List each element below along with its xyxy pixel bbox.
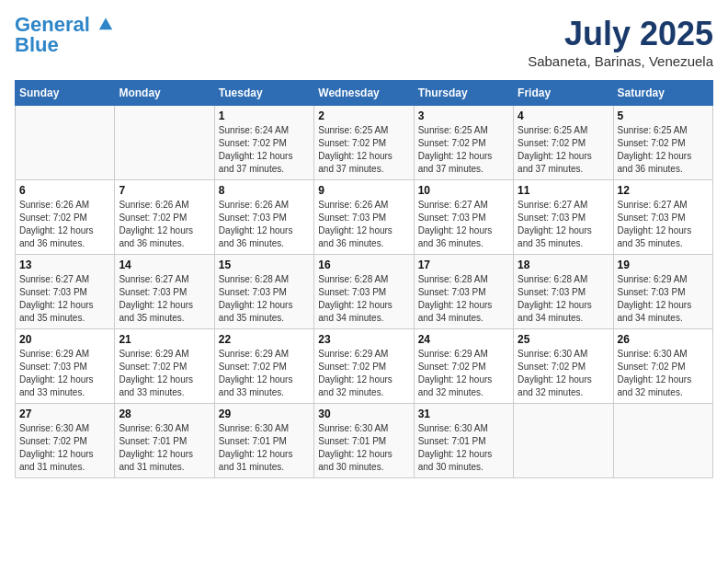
day-info: Sunrise: 6:30 AMSunset: 7:01 PMDaylight:… [219, 422, 310, 474]
weekday-header: Tuesday [214, 81, 313, 106]
calendar-cell: 9Sunrise: 6:26 AMSunset: 7:03 PMDaylight… [314, 180, 414, 255]
calendar-cell: 17Sunrise: 6:28 AMSunset: 7:03 PMDayligh… [414, 255, 513, 329]
day-info: Sunrise: 6:24 AMSunset: 7:02 PMDaylight:… [219, 124, 310, 176]
day-number: 18 [518, 259, 609, 271]
day-number: 1 [219, 109, 310, 122]
svg-marker-0 [99, 18, 112, 30]
page-header: General Blue July 2025 Sabaneta, Barinas… [15, 15, 713, 69]
day-info: Sunrise: 6:29 AMSunset: 7:02 PMDaylight:… [418, 348, 509, 399]
calendar-cell: 14Sunrise: 6:27 AMSunset: 7:03 PMDayligh… [115, 255, 214, 329]
day-info: Sunrise: 6:28 AMSunset: 7:03 PMDaylight:… [418, 273, 509, 325]
calendar-cell: 5Sunrise: 6:25 AMSunset: 7:02 PMDaylight… [613, 106, 712, 180]
calendar-week: 1Sunrise: 6:24 AMSunset: 7:02 PMDaylight… [16, 106, 713, 180]
day-number: 2 [318, 109, 409, 122]
day-number: 26 [618, 333, 709, 346]
day-info: Sunrise: 6:27 AMSunset: 7:03 PMDaylight:… [518, 199, 609, 250]
day-info: Sunrise: 6:28 AMSunset: 7:03 PMDaylight:… [318, 273, 409, 325]
day-number: 15 [219, 259, 310, 271]
calendar-cell: 26Sunrise: 6:30 AMSunset: 7:02 PMDayligh… [613, 329, 712, 404]
day-number: 21 [119, 333, 210, 346]
weekday-header: Saturday [613, 81, 712, 106]
day-info: Sunrise: 6:27 AMSunset: 7:03 PMDaylight:… [618, 199, 709, 250]
weekday-header: Monday [115, 81, 214, 106]
calendar-week: 27Sunrise: 6:30 AMSunset: 7:02 PMDayligh… [16, 404, 713, 478]
calendar-cell: 16Sunrise: 6:28 AMSunset: 7:03 PMDayligh… [314, 255, 414, 329]
day-info: Sunrise: 6:30 AMSunset: 7:02 PMDaylight:… [19, 422, 110, 474]
day-info: Sunrise: 6:28 AMSunset: 7:03 PMDaylight:… [219, 273, 310, 325]
calendar-cell: 4Sunrise: 6:25 AMSunset: 7:02 PMDaylight… [514, 106, 613, 180]
logo-blue: Blue [15, 35, 114, 55]
day-number: 7 [119, 184, 210, 197]
calendar-cell: 22Sunrise: 6:29 AMSunset: 7:02 PMDayligh… [214, 329, 313, 404]
day-info: Sunrise: 6:27 AMSunset: 7:03 PMDaylight:… [418, 199, 509, 250]
day-info: Sunrise: 6:29 AMSunset: 7:02 PMDaylight:… [219, 348, 310, 399]
day-info: Sunrise: 6:30 AMSunset: 7:01 PMDaylight:… [119, 422, 210, 474]
day-info: Sunrise: 6:28 AMSunset: 7:03 PMDaylight:… [518, 273, 609, 325]
day-number: 23 [318, 333, 409, 346]
calendar-cell: 10Sunrise: 6:27 AMSunset: 7:03 PMDayligh… [414, 180, 513, 255]
title-block: July 2025 Sabaneta, Barinas, Venezuela [528, 15, 713, 69]
calendar-week: 13Sunrise: 6:27 AMSunset: 7:03 PMDayligh… [16, 255, 713, 329]
calendar-cell: 20Sunrise: 6:29 AMSunset: 7:03 PMDayligh… [16, 329, 115, 404]
calendar-cell: 1Sunrise: 6:24 AMSunset: 7:02 PMDaylight… [214, 106, 313, 180]
day-number: 10 [418, 184, 509, 197]
day-number: 12 [618, 184, 709, 197]
calendar-cell: 18Sunrise: 6:28 AMSunset: 7:03 PMDayligh… [514, 255, 613, 329]
weekday-header: Sunday [16, 81, 115, 106]
day-number: 8 [219, 184, 310, 197]
day-info: Sunrise: 6:30 AMSunset: 7:01 PMDaylight:… [418, 422, 509, 474]
calendar-cell: 13Sunrise: 6:27 AMSunset: 7:03 PMDayligh… [16, 255, 115, 329]
calendar-cell [613, 404, 712, 478]
calendar-cell: 8Sunrise: 6:26 AMSunset: 7:03 PMDaylight… [214, 180, 313, 255]
day-number: 28 [119, 408, 210, 420]
day-number: 30 [318, 408, 409, 420]
calendar-cell: 25Sunrise: 6:30 AMSunset: 7:02 PMDayligh… [514, 329, 613, 404]
calendar-cell: 29Sunrise: 6:30 AMSunset: 7:01 PMDayligh… [214, 404, 313, 478]
day-number: 5 [618, 109, 709, 122]
calendar-cell: 23Sunrise: 6:29 AMSunset: 7:02 PMDayligh… [314, 329, 414, 404]
day-number: 25 [518, 333, 609, 346]
day-number: 4 [518, 109, 609, 122]
calendar-cell: 21Sunrise: 6:29 AMSunset: 7:02 PMDayligh… [115, 329, 214, 404]
logo-icon [97, 15, 114, 31]
day-number: 13 [19, 259, 110, 271]
day-info: Sunrise: 6:26 AMSunset: 7:02 PMDaylight:… [119, 199, 210, 250]
day-number: 27 [19, 408, 110, 420]
calendar-cell: 28Sunrise: 6:30 AMSunset: 7:01 PMDayligh… [115, 404, 214, 478]
day-info: Sunrise: 6:26 AMSunset: 7:03 PMDaylight:… [219, 199, 310, 250]
month-title: July 2025 [528, 15, 713, 53]
header-row: SundayMondayTuesdayWednesdayThursdayFrid… [16, 81, 713, 106]
day-info: Sunrise: 6:30 AMSunset: 7:01 PMDaylight:… [318, 422, 409, 474]
calendar-cell: 27Sunrise: 6:30 AMSunset: 7:02 PMDayligh… [16, 404, 115, 478]
day-number: 24 [418, 333, 509, 346]
calendar-cell [16, 106, 115, 180]
day-info: Sunrise: 6:29 AMSunset: 7:03 PMDaylight:… [618, 273, 709, 325]
day-info: Sunrise: 6:30 AMSunset: 7:02 PMDaylight:… [518, 348, 609, 399]
day-number: 22 [219, 333, 310, 346]
day-info: Sunrise: 6:27 AMSunset: 7:03 PMDaylight:… [119, 273, 210, 325]
day-info: Sunrise: 6:26 AMSunset: 7:03 PMDaylight:… [318, 199, 409, 250]
weekday-header: Wednesday [314, 81, 414, 106]
day-number: 3 [418, 109, 509, 122]
logo-text: General [15, 15, 114, 35]
location: Sabaneta, Barinas, Venezuela [528, 53, 713, 69]
calendar-cell: 6Sunrise: 6:26 AMSunset: 7:02 PMDaylight… [16, 180, 115, 255]
calendar-cell: 30Sunrise: 6:30 AMSunset: 7:01 PMDayligh… [314, 404, 414, 478]
calendar-cell [115, 106, 214, 180]
day-number: 20 [19, 333, 110, 346]
calendar-cell [514, 404, 613, 478]
day-number: 16 [318, 259, 409, 271]
day-number: 9 [318, 184, 409, 197]
calendar-cell: 31Sunrise: 6:30 AMSunset: 7:01 PMDayligh… [414, 404, 513, 478]
calendar-cell: 12Sunrise: 6:27 AMSunset: 7:03 PMDayligh… [613, 180, 712, 255]
day-number: 31 [418, 408, 509, 420]
day-info: Sunrise: 6:25 AMSunset: 7:02 PMDaylight:… [318, 124, 409, 176]
calendar-cell: 11Sunrise: 6:27 AMSunset: 7:03 PMDayligh… [514, 180, 613, 255]
day-number: 6 [19, 184, 110, 197]
day-number: 19 [618, 259, 709, 271]
day-info: Sunrise: 6:29 AMSunset: 7:02 PMDaylight:… [318, 348, 409, 399]
calendar-cell: 19Sunrise: 6:29 AMSunset: 7:03 PMDayligh… [613, 255, 712, 329]
day-info: Sunrise: 6:25 AMSunset: 7:02 PMDaylight:… [618, 124, 709, 176]
weekday-header: Thursday [414, 81, 513, 106]
logo: General Blue [15, 15, 114, 55]
